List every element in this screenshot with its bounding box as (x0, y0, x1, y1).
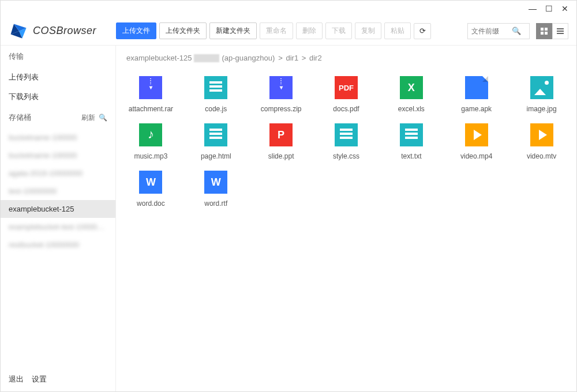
download-list-link[interactable]: 下载列表 (1, 87, 115, 107)
letter-icon: W (204, 171, 227, 194)
bucket-item[interactable]: test-10000000 (1, 182, 115, 200)
rename-button[interactable]: 重命名 (260, 22, 293, 39)
file-item[interactable]: Xexcel.xls (381, 76, 441, 113)
letter-icon: W (139, 171, 162, 194)
upload-file-button[interactable]: 上传文件 (116, 22, 156, 39)
file-grid: attachment.rarcode.jscompress.zipPDFdocs… (116, 70, 576, 213)
file-item[interactable]: game.apk (446, 76, 507, 113)
file-item[interactable]: code.js (186, 76, 246, 113)
bucket-list: bucketname-100000bucketname-100000agata-… (1, 129, 115, 254)
search-box[interactable]: 🔍 (467, 23, 530, 39)
code-icon (400, 123, 423, 146)
file-label: game.apk (461, 105, 492, 113)
copy-button[interactable]: 复制 (355, 22, 381, 39)
code-icon (204, 76, 227, 99)
file-item[interactable]: Wword.rtf (186, 171, 246, 208)
download-button[interactable]: 下载 (325, 22, 352, 39)
file-label: word.rtf (204, 199, 227, 208)
svg-rect-10 (557, 33, 564, 34)
pdf-icon: PDF (335, 76, 358, 99)
minimize-button[interactable]: — (524, 1, 541, 17)
file-label: video.mp4 (460, 152, 492, 160)
bucket-item[interactable]: examplebucket-125 (1, 200, 115, 218)
logo-icon (9, 21, 29, 42)
file-item[interactable]: video.mp4 (446, 123, 507, 160)
upload-list-link[interactable]: 上传列表 (1, 67, 115, 87)
delete-button[interactable]: 删除 (296, 22, 323, 39)
file-label: video.mtv (527, 152, 556, 160)
new-folder-button[interactable]: 新建文件夹 (209, 22, 257, 39)
titlebar: — ☐ ✕ (1, 1, 576, 17)
list-view-button[interactable] (552, 23, 568, 39)
transfer-header: 传输 (1, 46, 115, 67)
view-toggle (536, 23, 568, 39)
grid-view-button[interactable] (536, 23, 552, 39)
exit-link[interactable]: 退出 (9, 374, 24, 385)
toolbar: 上传文件 上传文件夹 新建文件夹 重命名 删除 下载 复制 粘贴 ⟳ 🔍 (116, 22, 568, 39)
bucket-item[interactable]: agata-2019-10000000 (1, 164, 115, 182)
sidebar-footer: 退出 设置 (1, 367, 115, 391)
breadcrumb-region: (ap-guangzhou) (222, 54, 275, 62)
svg-rect-4 (541, 28, 544, 31)
bucket-item[interactable]: bucketname-100000 (1, 129, 115, 146)
file-label: slide.ppt (268, 152, 294, 160)
bucket-header: 存储桶 刷新 🔍 (1, 107, 115, 129)
app-title: COSBrowser (33, 25, 96, 37)
search-icon[interactable]: 🔍 (512, 27, 521, 35)
sidebar: 传输 上传列表 下载列表 存储桶 刷新 🔍 bucketname-100000b… (1, 46, 116, 391)
file-item[interactable]: PDFdocs.pdf (316, 76, 377, 113)
svg-rect-7 (545, 32, 548, 35)
file-item[interactable]: style.css (316, 123, 377, 160)
code-icon (335, 123, 358, 146)
bucket-refresh-link[interactable]: 刷新 (81, 113, 95, 123)
paste-button[interactable]: 粘贴 (384, 22, 411, 39)
apk-icon (465, 76, 488, 99)
music-icon (139, 123, 162, 146)
settings-link[interactable]: 设置 (32, 374, 47, 385)
bucket-item[interactable]: examplebucket-test-10000000 (1, 218, 115, 236)
bucket-search-icon[interactable]: 🔍 (99, 114, 107, 122)
file-label: attachment.rar (129, 105, 173, 113)
video-icon (530, 123, 553, 146)
close-button[interactable]: ✕ (557, 1, 573, 17)
file-item[interactable]: video.mtv (511, 123, 572, 160)
refresh-icon: ⟳ (419, 27, 426, 35)
file-label: style.css (333, 152, 359, 160)
file-item[interactable]: page.html (186, 123, 246, 160)
breadcrumb: examplebucket-125 (ap-guangzhou) > dir1 … (116, 46, 576, 70)
file-item[interactable]: Pslide.ppt (251, 123, 312, 160)
breadcrumb-bucket[interactable]: examplebucket-125 (126, 54, 192, 62)
bucket-item[interactable]: bucketname-100000 (1, 146, 115, 164)
search-input[interactable] (471, 27, 512, 35)
app-logo: COSBrowser (9, 21, 116, 42)
file-item[interactable]: compress.zip (251, 76, 312, 113)
file-label: music.mp3 (134, 152, 167, 160)
main: examplebucket-125 (ap-guangzhou) > dir1 … (116, 46, 576, 391)
upload-folder-button[interactable]: 上传文件夹 (159, 22, 207, 39)
letter-icon: X (400, 76, 423, 99)
file-item[interactable]: text.txt (381, 123, 441, 160)
code-icon (204, 123, 227, 146)
file-label: page.html (201, 152, 231, 160)
file-item[interactable]: Wword.doc (121, 171, 181, 208)
file-label: word.doc (137, 199, 165, 208)
breadcrumb-redacted (194, 54, 219, 62)
image-icon (530, 76, 553, 99)
grid-icon (540, 27, 548, 35)
breadcrumb-segment[interactable]: dir1 (286, 54, 298, 62)
file-item[interactable]: attachment.rar (121, 76, 181, 113)
topbar: COSBrowser 上传文件 上传文件夹 新建文件夹 重命名 删除 下载 复制… (1, 17, 576, 46)
refresh-button[interactable]: ⟳ (414, 23, 431, 39)
zip-icon (269, 76, 293, 99)
file-item[interactable]: image.jpg (511, 76, 572, 113)
bucket-item[interactable]: restbucket-10000000 (1, 236, 115, 254)
svg-rect-8 (557, 28, 564, 29)
file-label: code.js (205, 105, 227, 113)
svg-rect-6 (541, 32, 544, 35)
file-label: docs.pdf (333, 105, 359, 113)
maximize-button[interactable]: ☐ (541, 1, 557, 17)
file-label: compress.zip (261, 105, 302, 113)
file-item[interactable]: music.mp3 (121, 123, 181, 160)
breadcrumb-segment[interactable]: dir2 (309, 54, 322, 62)
bucket-header-label: 存储桶 (9, 112, 31, 123)
